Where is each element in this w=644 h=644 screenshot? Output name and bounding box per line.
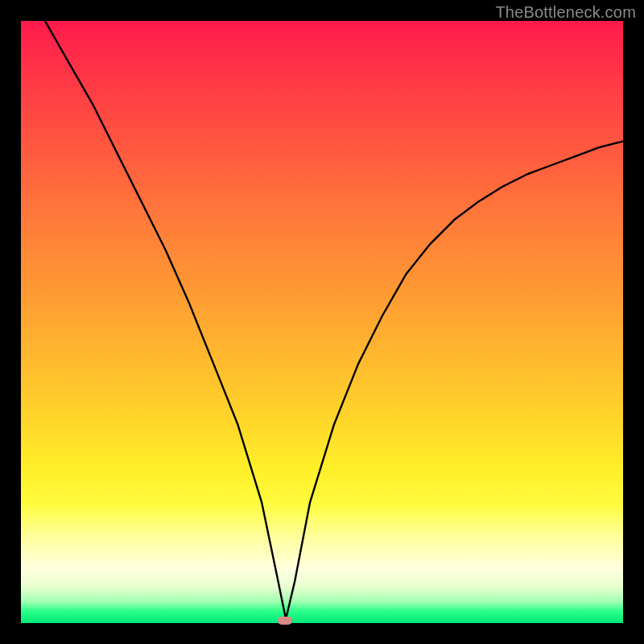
minimum-marker — [278, 617, 292, 625]
bottleneck-curve — [21, 21, 623, 623]
watermark-text: TheBottleneck.com — [495, 3, 636, 22]
chart-frame: TheBottleneck.com — [0, 0, 644, 644]
plot-area — [21, 21, 623, 623]
